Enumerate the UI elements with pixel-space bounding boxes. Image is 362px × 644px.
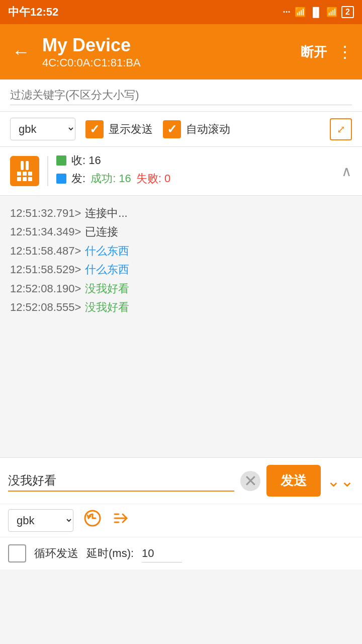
receive-indicator	[56, 155, 66, 166]
bluetooth-icon: 📶	[295, 7, 306, 18]
pause-clear-button[interactable]	[10, 156, 39, 186]
device-name: My Device	[42, 34, 293, 56]
stats-divider	[47, 156, 48, 186]
wifi-icon: 📶	[326, 7, 337, 18]
signal-icon: ▐▌	[310, 7, 323, 18]
auto-scroll-checkbox[interactable]	[163, 120, 181, 138]
log-line: 12:52:08.190>没我好看	[10, 279, 352, 298]
show-send-checkbox[interactable]	[85, 120, 104, 138]
bottom-encoding-select[interactable]: gbk utf-8 ascii	[8, 509, 73, 532]
log-timestamp: 12:52:08.555>	[10, 298, 81, 316]
send-button[interactable]: 发送	[266, 465, 321, 497]
delay-input[interactable]	[142, 545, 182, 562]
stats-row: 收: 16 发: 成功: 16 失败: 0 ∧	[0, 147, 362, 196]
receive-stat: 收: 16	[56, 153, 333, 168]
loop-label: 循环发送	[34, 546, 78, 561]
signal-dots-icon: ···	[283, 7, 291, 18]
battery-icon: 2	[341, 6, 354, 18]
loop-checkbox[interactable]	[8, 544, 26, 562]
filter-row	[0, 79, 362, 112]
bottom-area: ✕ 发送 ⌄⌄ gbk utf-8 ascii	[0, 457, 362, 570]
log-line: 12:51:34.349>已连接	[10, 222, 352, 241]
auto-scroll-group: 自动滚动	[163, 120, 230, 138]
back-button[interactable]: ←	[8, 37, 34, 66]
send-indicator	[56, 174, 66, 184]
log-timestamp: 12:52:08.190>	[10, 279, 81, 298]
success-label: 成功: 16	[90, 171, 131, 186]
log-line: 12:52:08.555>没我好看	[10, 298, 352, 316]
show-send-label: 显示发送	[109, 122, 153, 137]
log-message: 没我好看	[85, 298, 129, 316]
log-message: 没我好看	[85, 279, 129, 298]
arrow-down-button[interactable]: ⌄⌄	[327, 471, 354, 491]
menu-button[interactable]: ⋮	[337, 42, 354, 61]
expand-icon: ⤢	[337, 123, 345, 135]
filter-input[interactable]	[10, 86, 352, 105]
log-message: 连接中...	[85, 204, 127, 222]
status-bar: 中午12:52 ··· 📶 ▐▌ 📶 2	[0, 0, 362, 24]
expand-button[interactable]: ⤢	[330, 118, 352, 140]
input-row: ✕ 发送 ⌄⌄	[0, 458, 362, 504]
show-send-group: 显示发送	[85, 120, 153, 138]
status-time: 中午12:52	[8, 5, 58, 20]
clear-input-button[interactable]: ✕	[240, 471, 260, 491]
send-label: 发:	[71, 171, 85, 186]
auto-scroll-label: 自动滚动	[186, 122, 230, 137]
encoding-select[interactable]: gbk utf-8 ascii	[10, 118, 75, 140]
disconnect-button[interactable]: 断开	[301, 43, 327, 61]
toolbar-title: My Device 4C:C0:0A:C1:81:BA	[42, 34, 293, 69]
log-timestamp: 12:51:58.529>	[10, 260, 81, 279]
log-line: 12:51:58.487>什么东西	[10, 242, 352, 260]
send-stat: 发: 成功: 16 失败: 0	[56, 171, 333, 186]
log-line: 12:51:32.791>连接中...	[10, 204, 352, 222]
receive-label: 收: 16	[71, 153, 101, 168]
log-timestamp: 12:51:32.791>	[10, 204, 81, 222]
log-timestamp: 12:51:58.487>	[10, 242, 81, 260]
log-message: 什么东西	[85, 242, 129, 260]
controls-row: gbk utf-8 ascii 显示发送 自动滚动 ⤢	[0, 112, 362, 147]
send-history-button[interactable]	[112, 509, 130, 532]
delay-label: 延时(ms):	[86, 546, 134, 561]
log-line: 12:51:58.529>什么东西	[10, 260, 352, 279]
toolbar: ← My Device 4C:C0:0A:C1:81:BA 断开 ⋮	[0, 24, 362, 79]
log-timestamp: 12:51:34.349>	[10, 222, 81, 241]
device-mac: 4C:C0:0A:C1:81:BA	[42, 56, 293, 69]
pause-icon	[21, 161, 29, 170]
toolbar-actions: 断开 ⋮	[301, 42, 354, 61]
status-icons: ··· 📶 ▐▌ 📶 2	[283, 6, 354, 18]
message-input[interactable]	[8, 470, 234, 492]
bottom-controls: gbk utf-8 ascii	[0, 504, 362, 537]
stats-info: 收: 16 发: 成功: 16 失败: 0	[56, 153, 333, 189]
history-button[interactable]	[83, 509, 102, 532]
log-area: 12:51:32.791>连接中...12:51:34.349>已连接12:51…	[0, 196, 362, 457]
collapse-button[interactable]: ∧	[341, 163, 352, 180]
loop-row: 循环发送 延时(ms):	[0, 537, 362, 570]
log-message: 已连接	[85, 222, 118, 241]
clear-icon	[17, 172, 32, 181]
fail-label: 失败: 0	[136, 171, 170, 186]
log-message: 什么东西	[85, 260, 129, 279]
